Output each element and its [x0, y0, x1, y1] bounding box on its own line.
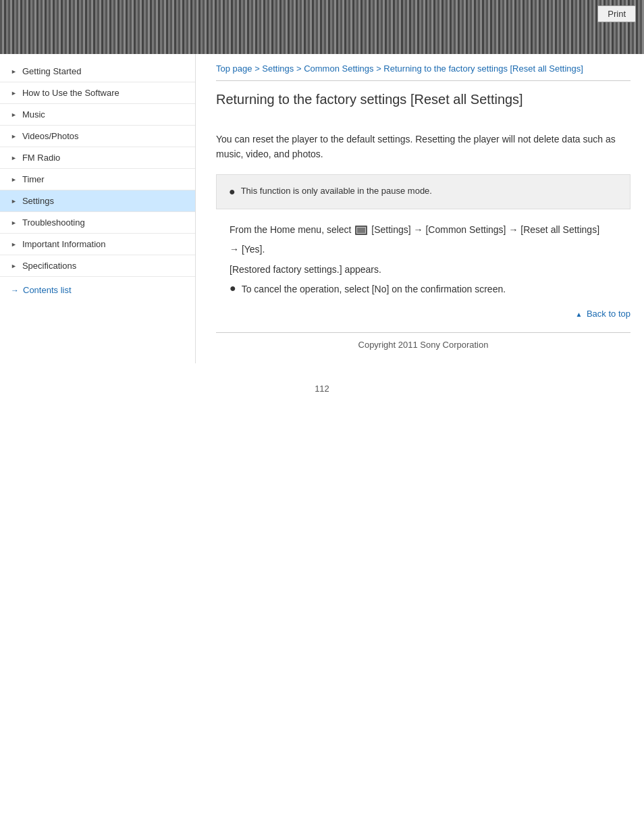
sidebar-item-fm-radio[interactable]: ► FM Radio: [0, 147, 195, 169]
cancel-note-item: ● To cancel the operation, select [No] o…: [230, 281, 630, 298]
breadcrumb: Top page > Settings > Common Settings > …: [216, 54, 630, 81]
header-banner: Print: [0, 0, 644, 54]
instruction-common-settings: [Common Settings]: [425, 224, 506, 235]
cancel-note-text: To cancel the operation, select [No] on …: [242, 281, 506, 298]
description-text: You can reset the player to the default …: [216, 132, 630, 162]
breadcrumb-common-settings[interactable]: Common Settings: [304, 63, 373, 74]
sidebar-item-label: Videos/Photos: [22, 131, 79, 141]
sidebar-item-label: Music: [22, 109, 45, 120]
sidebar-item-getting-started[interactable]: ► Getting Started: [0, 61, 195, 82]
contents-list-link[interactable]: → Contents list: [0, 277, 195, 303]
back-to-top: ▲ Back to top: [216, 309, 630, 319]
print-button[interactable]: Print: [597, 5, 636, 22]
instruction-block: From the Home menu, select [Settings] → …: [216, 221, 630, 298]
back-to-top-link[interactable]: ▲ Back to top: [575, 309, 630, 319]
chevron-right-icon: ►: [11, 111, 17, 118]
sidebar-item-label: Timer: [22, 174, 45, 184]
note-item: ● This function is only available in the…: [229, 184, 618, 199]
breadcrumb-settings[interactable]: Settings: [262, 63, 294, 74]
breadcrumb-separator: >: [376, 63, 383, 74]
sidebar-item-important-information[interactable]: ► Important Information: [0, 234, 195, 255]
note-box: ● This function is only available in the…: [216, 174, 630, 209]
content-area: Top page > Settings > Common Settings > …: [196, 54, 644, 363]
arrow-right-icon: →: [11, 286, 19, 295]
chevron-right-icon: ►: [11, 133, 17, 140]
breadcrumb-separator: >: [296, 63, 304, 74]
sidebar-item-label: FM Radio: [22, 153, 60, 163]
sidebar-item-label: Getting Started: [22, 66, 81, 76]
chevron-right-icon: ►: [11, 198, 17, 205]
sidebar-item-how-to-use[interactable]: ► How to Use the Software: [0, 82, 195, 104]
chevron-right-icon: ►: [11, 176, 17, 183]
sidebar-item-label: How to Use the Software: [22, 88, 119, 98]
page-number: 112: [0, 384, 644, 394]
sidebar-item-timer[interactable]: ► Timer: [0, 169, 195, 190]
chevron-right-icon: ►: [11, 68, 17, 75]
sidebar-item-label: Settings: [22, 196, 54, 206]
chevron-right-icon: ►: [11, 263, 17, 269]
settings-icon: [355, 226, 367, 235]
page-title-area: Returning to the factory settings [Reset…: [216, 92, 630, 121]
sidebar-item-label: Troubleshooting: [22, 217, 85, 228]
sidebar-item-settings[interactable]: ► Settings: [0, 190, 195, 212]
sidebar-item-label: Important Information: [22, 239, 106, 249]
breadcrumb-top-page[interactable]: Top page: [216, 63, 252, 74]
copyright-text: Copyright 2011 Sony Corporation: [358, 340, 489, 350]
sidebar-item-troubleshooting[interactable]: ► Troubleshooting: [0, 212, 195, 234]
chevron-right-icon: ►: [11, 90, 17, 97]
chevron-right-icon: ►: [11, 155, 17, 161]
chevron-right-icon: ►: [11, 241, 17, 248]
arrow-icon-3: →: [230, 244, 242, 255]
breadcrumb-separator: >: [254, 63, 262, 74]
arrow-icon-1: →: [414, 224, 426, 235]
sidebar-item-label: Specifications: [22, 261, 76, 271]
step-line: From the Home menu, select [Settings] → …: [230, 221, 630, 238]
back-to-top-label: Back to top: [587, 309, 630, 319]
page-title: Returning to the factory settings [Reset…: [216, 92, 630, 107]
instruction-restored: [Restored factory settings.] appears.: [230, 264, 381, 275]
bullet-icon: ●: [229, 184, 236, 199]
triangle-icon: ▲: [575, 311, 582, 318]
sidebar-item-music[interactable]: ► Music: [0, 104, 195, 126]
content-footer: Copyright 2011 Sony Corporation: [216, 332, 630, 350]
instruction-prefix: From the Home menu, select: [230, 224, 352, 235]
step-line-2: → [Yes].: [230, 241, 630, 258]
contents-list-label: Contents list: [23, 285, 72, 295]
instruction-settings-label: [Settings]: [371, 224, 410, 235]
note-text: This function is only available in the p…: [241, 184, 432, 199]
step-line-3: [Restored factory settings.] appears.: [230, 261, 630, 278]
sidebar-item-specifications[interactable]: ► Specifications: [0, 255, 195, 277]
main-layout: ► Getting Started ► How to Use the Softw…: [0, 54, 644, 363]
instruction-reset: [Reset all Settings]: [520, 224, 599, 235]
instruction-yes: [Yes].: [242, 244, 265, 255]
breadcrumb-current: Returning to the factory settings [Reset…: [383, 63, 583, 74]
sidebar-item-videos-photos[interactable]: ► Videos/Photos: [0, 126, 195, 147]
chevron-right-icon: ►: [11, 219, 17, 226]
arrow-icon-2: →: [508, 224, 520, 235]
sidebar: ► Getting Started ► How to Use the Softw…: [0, 54, 196, 363]
bullet-icon: ●: [230, 281, 236, 296]
